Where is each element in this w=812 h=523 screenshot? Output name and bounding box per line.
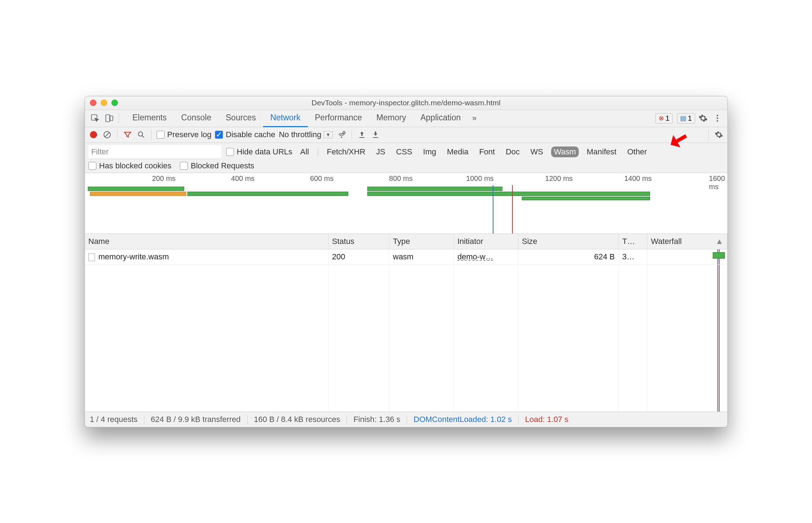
device-toolbar-icon[interactable] xyxy=(103,112,116,125)
more-tabs-chevron-icon[interactable]: » xyxy=(469,114,479,123)
type-filter-js[interactable]: JS xyxy=(373,147,388,157)
separator xyxy=(117,130,118,140)
clear-icon[interactable] xyxy=(102,130,112,140)
disable-cache-checkbox[interactable]: ✓ xyxy=(215,131,223,139)
svg-rect-1 xyxy=(106,115,110,122)
hide-data-urls-label: Hide data URLs xyxy=(237,147,292,157)
inspect-icon[interactable] xyxy=(89,112,101,125)
col-size[interactable]: Size xyxy=(519,234,619,249)
tab-sources[interactable]: Sources xyxy=(219,109,263,127)
type-filter-img[interactable]: Img xyxy=(420,147,439,157)
preserve-log-option[interactable]: Preserve log xyxy=(157,130,212,139)
cell-size: 624 B xyxy=(519,249,619,264)
separator xyxy=(352,130,352,140)
separator xyxy=(708,130,709,140)
separator xyxy=(151,130,152,140)
messages-badge[interactable]: ▤1 xyxy=(677,113,695,124)
filter-funnel-icon[interactable] xyxy=(123,130,133,140)
type-filter-css[interactable]: CSS xyxy=(393,147,415,157)
svg-rect-11 xyxy=(373,137,378,138)
blocked-requests-checkbox[interactable] xyxy=(180,162,188,170)
type-filter-all[interactable]: All xyxy=(297,147,312,157)
cell-waterfall xyxy=(648,249,727,264)
main-tabs-row: Elements Console Sources Network Perform… xyxy=(85,110,727,127)
table-header: Name Status Type Initiator Size T… Water… xyxy=(85,234,727,249)
timeline-overview[interactable]: 200 ms 400 ms 600 ms 800 ms 1000 ms 1200… xyxy=(85,173,727,234)
svg-point-3 xyxy=(716,115,718,116)
hide-data-urls-checkbox[interactable] xyxy=(226,148,234,156)
status-transferred: 624 B / 9.9 kB transferred xyxy=(151,415,241,424)
type-filter-doc[interactable]: Doc xyxy=(503,147,522,157)
type-filter-manifest[interactable]: Manifest xyxy=(584,147,619,157)
devtools-window: DevTools - memory-inspector.glitch.me/de… xyxy=(85,96,728,427)
blocked-requests-option[interactable]: Blocked Requests xyxy=(180,161,254,171)
has-blocked-cookies-checkbox[interactable] xyxy=(89,162,96,170)
network-conditions-icon[interactable] xyxy=(336,130,347,140)
cell-name: memory-write.wasm xyxy=(85,249,329,264)
timeline-tick: 1200 ms xyxy=(545,174,573,183)
status-dcl: DOMContentLoaded: 1.02 s xyxy=(414,415,512,424)
window-title: DevTools - memory-inspector.glitch.me/de… xyxy=(85,99,727,107)
tab-network[interactable]: Network xyxy=(263,109,307,127)
timeline-tick: 1400 ms xyxy=(624,174,652,183)
svg-rect-10 xyxy=(359,137,364,138)
type-filter-ws[interactable]: WS xyxy=(527,147,546,157)
timeline-tick: 400 ms xyxy=(231,174,255,183)
table-row[interactable]: memory-write.wasm 200 wasm demo-w… 624 B… xyxy=(85,249,727,265)
type-filter-media[interactable]: Media xyxy=(444,147,471,157)
disable-cache-label: Disable cache xyxy=(226,130,275,139)
network-toolbar: Preserve log ✓ Disable cache No throttli… xyxy=(85,127,727,143)
svg-point-9 xyxy=(343,131,345,134)
throttling-select[interactable]: No throttling ▼ xyxy=(279,130,333,139)
upload-har-icon[interactable] xyxy=(357,130,367,140)
record-button[interactable] xyxy=(89,130,99,140)
search-icon[interactable] xyxy=(136,130,146,140)
type-filter-wasm[interactable]: Wasm xyxy=(551,147,579,157)
timeline-tick: 800 ms xyxy=(389,174,413,183)
network-settings-gear-icon[interactable] xyxy=(714,130,724,140)
timeline-tick: 1000 ms xyxy=(466,174,494,183)
status-load: Load: 1.07 s xyxy=(525,415,568,424)
type-filter-font[interactable]: Font xyxy=(476,147,498,157)
col-time[interactable]: T… xyxy=(619,234,648,249)
preserve-log-label: Preserve log xyxy=(167,130,212,139)
cell-status: 200 xyxy=(329,249,390,264)
status-requests: 1 / 4 requests xyxy=(90,415,138,424)
separator xyxy=(119,113,119,123)
status-resources: 160 B / 8.4 kB resources xyxy=(254,415,340,424)
filter-input[interactable] xyxy=(89,145,221,159)
col-type[interactable]: Type xyxy=(390,234,454,249)
tab-performance[interactable]: Performance xyxy=(308,109,369,127)
network-table: Name Status Type Initiator Size T… Water… xyxy=(85,234,727,412)
tab-application[interactable]: Application xyxy=(413,109,468,127)
titlebar: DevTools - memory-inspector.glitch.me/de… xyxy=(85,96,727,110)
status-bar: 1 / 4 requests 624 B / 9.9 kB transferre… xyxy=(85,412,727,427)
dropdown-triangle-icon: ▼ xyxy=(324,131,333,138)
tab-memory[interactable]: Memory xyxy=(369,109,413,127)
kebab-menu-icon[interactable] xyxy=(711,112,724,125)
dcl-marker xyxy=(493,185,493,234)
hide-data-urls-option[interactable]: Hide data URLs xyxy=(226,147,292,157)
svg-rect-2 xyxy=(110,116,113,121)
has-blocked-cookies-option[interactable]: Has blocked cookies xyxy=(89,161,172,171)
preserve-log-checkbox[interactable] xyxy=(157,131,164,139)
cell-time: 3… xyxy=(619,249,648,264)
tab-elements[interactable]: Elements xyxy=(125,109,174,127)
load-marker xyxy=(512,185,513,234)
type-filter-fetch-xhr[interactable]: Fetch/XHR xyxy=(324,147,368,157)
col-name[interactable]: Name xyxy=(85,234,329,249)
col-waterfall[interactable]: Waterfall▲ xyxy=(648,234,727,249)
col-status[interactable]: Status xyxy=(329,234,390,249)
tab-console[interactable]: Console xyxy=(174,109,218,127)
disable-cache-option[interactable]: ✓ Disable cache xyxy=(215,130,275,139)
download-har-icon[interactable] xyxy=(371,130,381,140)
status-finish: Finish: 1.36 s xyxy=(353,415,400,424)
col-initiator[interactable]: Initiator xyxy=(454,234,519,249)
blocked-requests-label: Blocked Requests xyxy=(191,161,254,171)
errors-badge[interactable]: ⊗1 xyxy=(655,113,673,124)
has-blocked-cookies-label: Has blocked cookies xyxy=(99,161,172,171)
filter-bar: Hide data URLs All | Fetch/XHR JS CSS Im… xyxy=(85,143,727,173)
settings-gear-icon[interactable] xyxy=(697,112,710,125)
svg-point-7 xyxy=(138,132,143,136)
type-filter-other[interactable]: Other xyxy=(624,147,650,157)
